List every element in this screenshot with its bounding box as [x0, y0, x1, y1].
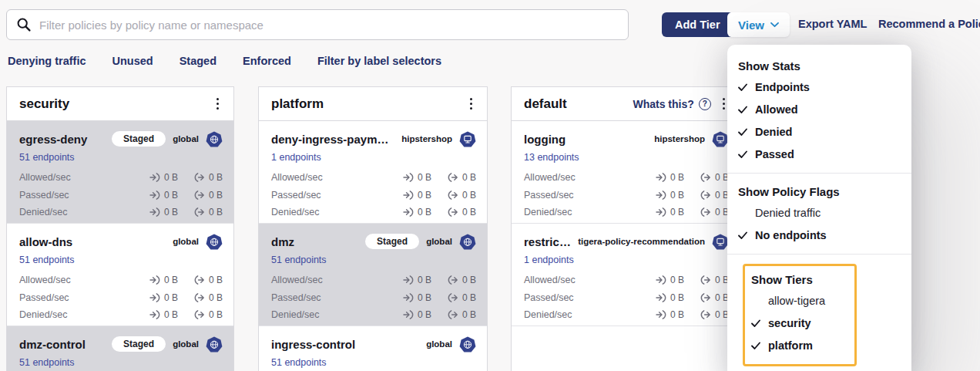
- policy-name: deny-ingress-paymentservi…: [271, 133, 394, 146]
- egress-icon: [448, 191, 458, 200]
- view-menu-button[interactable]: View: [727, 12, 790, 37]
- tier-menu-icon[interactable]: [213, 95, 223, 113]
- egress-icon: [448, 293, 458, 302]
- policy-scope: global: [173, 339, 199, 349]
- tier-column-platform: platform deny-ingress-paymentservi… hips…: [258, 86, 488, 371]
- filter-enforced[interactable]: Enforced: [243, 55, 291, 67]
- menu-section-show-stats: Show Stats Endpoints Allowed Denied Pass…: [727, 52, 911, 170]
- endpoints-link[interactable]: 51 endpoints: [271, 255, 327, 265]
- namespace-policy-icon: [712, 131, 729, 147]
- staged-badge: Staged: [112, 131, 166, 147]
- endpoints-link[interactable]: 51 endpoints: [19, 357, 75, 368]
- filter-label-selectors[interactable]: Filter by label selectors: [317, 55, 441, 67]
- menu-section-title: Show Stats: [738, 56, 901, 76]
- add-tier-button[interactable]: Add Tier: [662, 12, 733, 37]
- namespace-policy-icon: [459, 131, 476, 147]
- policy-namespace: tigera-policy-recommendation: [578, 237, 705, 246]
- endpoints-link[interactable]: 51 endpoints: [271, 357, 327, 368]
- stat-value: 0 B: [462, 309, 476, 320]
- policy-card[interactable]: logging hipstershop 13 endpoints Allowed…: [512, 121, 740, 224]
- menu-item-passed[interactable]: Passed: [738, 143, 901, 165]
- menu-item-security[interactable]: security: [748, 312, 854, 334]
- policy-card[interactable]: egress-deny Staged global 51 endpoints A…: [7, 121, 233, 224]
- menu-item-denied[interactable]: Denied: [738, 120, 901, 143]
- staged-badge: Staged: [112, 336, 166, 352]
- stat-label: Passed/sec: [524, 190, 574, 201]
- stat-label: Denied/sec: [19, 309, 68, 320]
- policy-card[interactable]: restricted tigera-policy-recommendation …: [512, 224, 740, 326]
- check-icon: [738, 106, 747, 113]
- egress-icon: [194, 310, 205, 319]
- policy-name: dmz-control: [19, 338, 105, 351]
- egress-icon: [700, 173, 711, 182]
- ingress-icon: [656, 173, 666, 182]
- menu-item-platform[interactable]: platform: [748, 334, 854, 356]
- endpoints-link[interactable]: 51 endpoints: [19, 255, 75, 265]
- policy-namespace: hipstershop: [401, 134, 452, 143]
- filter-denying-traffic[interactable]: Denying traffic: [8, 55, 86, 67]
- policy-card[interactable]: ingress-control global 51 endpoints: [259, 326, 487, 371]
- endpoints-link[interactable]: 1 endpoints: [524, 255, 574, 265]
- menu-item-denied-traffic[interactable]: Denied traffic: [738, 201, 901, 224]
- policy-card[interactable]: dmz Staged global 51 endpoints Allowed/s…: [259, 224, 487, 326]
- egress-icon: [194, 275, 205, 285]
- menu-item-no-endpoints[interactable]: No endpoints: [738, 224, 901, 246]
- filter-staged[interactable]: Staged: [180, 55, 216, 67]
- menu-item-endpoints[interactable]: Endpoints: [738, 76, 901, 98]
- policy-scope: global: [173, 134, 199, 143]
- endpoints-link[interactable]: 1 endpoints: [271, 152, 321, 163]
- search-icon: [16, 17, 32, 32]
- policy-stats: Allowed/sec 0 B 0 B Passed/sec 0 B 0 B D…: [524, 272, 729, 324]
- tier-header: security: [7, 87, 233, 121]
- stat-value: 0 B: [164, 190, 178, 201]
- stat-label: Denied/sec: [271, 207, 320, 218]
- egress-icon: [700, 207, 711, 217]
- policy-card[interactable]: dmz-control Staged global 51 endpoints: [7, 326, 233, 371]
- filter-unused[interactable]: Unused: [112, 55, 153, 67]
- stat-value: 0 B: [418, 275, 431, 285]
- stat-value: 0 B: [670, 190, 684, 201]
- policy-stats: Allowed/sec 0 B 0 B Passed/sec 0 B 0 B D…: [19, 272, 223, 324]
- endpoints-link[interactable]: 51 endpoints: [19, 152, 75, 163]
- ingress-icon: [403, 275, 414, 285]
- egress-icon: [448, 173, 458, 182]
- policy-name: logging: [524, 133, 647, 146]
- stat-value: 0 B: [164, 172, 178, 183]
- egress-icon: [448, 207, 458, 217]
- global-policy-icon: [459, 234, 476, 250]
- stat-label: Denied/sec: [19, 207, 68, 218]
- export-yaml-button[interactable]: Export YAML: [798, 18, 867, 30]
- egress-icon: [448, 310, 458, 319]
- stat-value: 0 B: [209, 292, 223, 303]
- search-input[interactable]: [39, 19, 619, 32]
- stat-label: Denied/sec: [524, 207, 572, 218]
- check-icon: [738, 128, 747, 136]
- menu-section-title: Show Policy Flags: [738, 181, 901, 201]
- check-icon: [751, 319, 760, 327]
- policy-scope: global: [426, 237, 452, 246]
- stat-label: Allowed/sec: [524, 275, 576, 285]
- stat-value: 0 B: [209, 207, 223, 218]
- menu-section-title: Show Tiers: [748, 269, 854, 289]
- menu-item-allowed[interactable]: Allowed: [738, 98, 901, 120]
- check-icon: [738, 150, 747, 158]
- global-policy-icon: [206, 336, 223, 352]
- menu-item-allow-tigera[interactable]: allow-tigera: [748, 289, 854, 312]
- ingress-icon: [403, 173, 414, 182]
- policy-name: restricted: [524, 235, 571, 248]
- ingress-icon: [149, 275, 160, 285]
- policy-stats: Allowed/sec 0 B 0 B Passed/sec 0 B 0 B D…: [524, 169, 729, 221]
- whats-this-link[interactable]: Whats this? ?: [633, 98, 710, 110]
- stat-value: 0 B: [462, 172, 476, 183]
- tier-menu-icon[interactable]: [466, 95, 476, 113]
- recommend-policy-button[interactable]: Recommend a Policy: [878, 18, 980, 30]
- stat-value: 0 B: [462, 275, 476, 285]
- endpoints-link[interactable]: 13 endpoints: [524, 152, 579, 163]
- policy-card[interactable]: deny-ingress-paymentservi… hipstershop 1…: [259, 121, 487, 224]
- tier-column-default: default Whats this? ? logging hipstersho…: [511, 86, 740, 371]
- policy-search-bar: [6, 9, 629, 40]
- view-dropdown-menu: Show Stats Endpoints Allowed Denied Pass…: [727, 45, 911, 371]
- stat-value: 0 B: [418, 172, 431, 183]
- policy-card[interactable]: allow-dns global 51 endpoints Allowed/se…: [7, 224, 233, 326]
- stat-label: Allowed/sec: [19, 275, 71, 285]
